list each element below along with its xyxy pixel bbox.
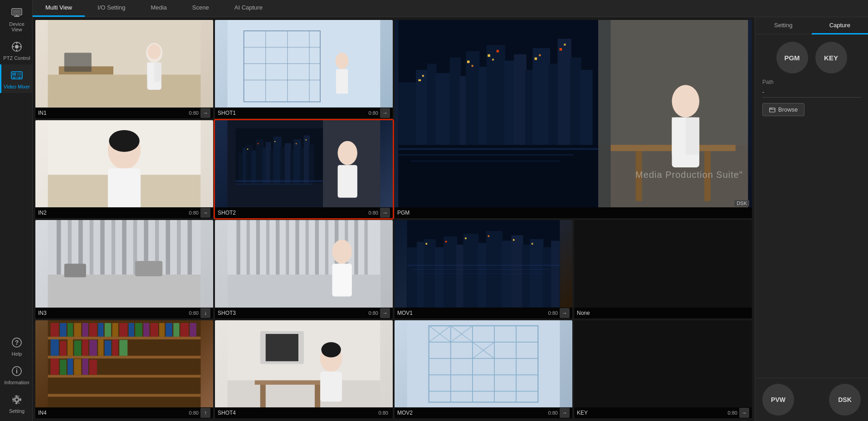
thumb-in2[interactable]: IN2 0:80 → xyxy=(35,120,213,219)
thumb-btn-shot2[interactable]: → xyxy=(380,208,390,218)
svg-rect-153 xyxy=(332,264,352,296)
tab-media[interactable]: Media xyxy=(138,0,179,17)
sidebar-item-ptz-control[interactable]: PTZ Control xyxy=(0,36,32,64)
thumb-time-key: 0:80 xyxy=(728,410,737,416)
sidebar-label-help: Help xyxy=(12,351,22,357)
svg-rect-204 xyxy=(51,339,59,356)
pgm-button[interactable]: PGM xyxy=(776,42,808,73)
browse-button[interactable]: Browse xyxy=(762,103,805,116)
svg-rect-23 xyxy=(48,74,201,107)
svg-point-90 xyxy=(128,145,131,150)
thumb-shot4[interactable]: SHOT4 0:80 xyxy=(215,320,393,419)
tab-multi-view[interactable]: Multi View xyxy=(33,0,85,17)
thumb-footer-shot1: SHOT1 0:80 → xyxy=(215,108,393,118)
svg-rect-55 xyxy=(525,70,534,145)
sidebar-item-video-mixer[interactable]: Video Mixer xyxy=(0,64,32,93)
svg-point-88 xyxy=(109,130,139,152)
sidebar-item-help[interactable]: ? Help xyxy=(0,332,32,360)
svg-rect-72 xyxy=(399,148,599,150)
tab-io-setting[interactable]: I/O Setting xyxy=(85,0,138,17)
thumb-shot3[interactable]: SHOT3 0:80 → xyxy=(215,220,393,318)
svg-rect-3 xyxy=(13,10,21,14)
thumb-btn-shot3[interactable]: → xyxy=(380,308,390,318)
svg-rect-15 xyxy=(19,78,20,79)
sidebar-item-device-view[interactable]: Device View xyxy=(0,2,32,36)
sidebar-item-setting[interactable]: Setting xyxy=(0,389,32,417)
thumb-label-mov1: MOV1 xyxy=(397,310,548,316)
thumb-in3[interactable]: IN3 0:80 ↓ xyxy=(35,220,213,318)
thumb-label-in1: IN1 xyxy=(38,110,189,116)
svg-rect-207 xyxy=(74,340,81,356)
svg-point-117 xyxy=(338,141,357,165)
svg-rect-179 xyxy=(418,274,544,274)
thumb-btn-mov2[interactable]: → xyxy=(560,408,570,418)
pvw-button[interactable]: PVW xyxy=(762,384,794,416)
thumb-footer-shot3: SHOT3 0:80 → xyxy=(215,308,393,318)
svg-rect-69 xyxy=(539,54,541,56)
thumb-footer-in1: IN1 0:80 → xyxy=(35,108,213,118)
svg-rect-115 xyxy=(236,183,312,184)
svg-rect-137 xyxy=(228,274,380,307)
svg-rect-216 xyxy=(68,358,73,375)
svg-rect-118 xyxy=(338,165,357,197)
thumb-pgm[interactable]: Media Production Suite" PGM DSK xyxy=(395,20,752,218)
svg-rect-70 xyxy=(560,48,562,51)
device-view-icon xyxy=(10,5,24,20)
main-area: Multi View I/O Setting Media Scene AI Ca… xyxy=(33,0,868,421)
thumb-mov2[interactable]: MOV2 0:80 → xyxy=(395,320,572,419)
svg-point-89 xyxy=(117,145,120,150)
svg-rect-62 xyxy=(422,75,424,77)
thumb-btn-key[interactable]: → xyxy=(739,408,749,418)
svg-rect-193 xyxy=(112,323,118,337)
svg-rect-215 xyxy=(60,359,66,375)
thumb-btn-in2[interactable]: → xyxy=(200,208,210,218)
svg-rect-171 xyxy=(425,243,427,245)
svg-rect-209 xyxy=(89,340,97,356)
dsk-button[interactable]: DSK xyxy=(829,384,861,416)
svg-rect-64 xyxy=(472,65,473,67)
thumb-label-pgm: PGM xyxy=(397,210,749,216)
thumb-shot2[interactable]: SHOT2 0:80 → xyxy=(215,120,393,219)
svg-rect-53 xyxy=(504,60,515,145)
tab-setting[interactable]: Setting xyxy=(755,17,812,34)
thumb-footer-in4: IN4 0:80 ↑ xyxy=(35,407,213,418)
setting-icon xyxy=(10,392,24,407)
thumb-none[interactable]: None xyxy=(574,220,752,318)
thumb-footer-in2: IN2 0:80 → xyxy=(35,207,213,218)
tab-capture[interactable]: Capture xyxy=(812,17,868,34)
thumb-in4[interactable]: IN4 0:80 ↑ xyxy=(35,320,213,419)
thumb-footer-in3: IN3 0:80 ↓ xyxy=(35,308,213,318)
svg-rect-219 xyxy=(89,359,97,375)
svg-rect-44 xyxy=(399,83,417,145)
thumb-label-mov2: MOV2 xyxy=(397,410,548,416)
svg-rect-14 xyxy=(13,78,15,79)
svg-rect-134 xyxy=(64,264,86,277)
svg-rect-173 xyxy=(465,238,467,240)
top-nav: Multi View I/O Setting Media Scene AI Ca… xyxy=(33,0,868,17)
thumb-key[interactable]: KEY 0:80 → xyxy=(574,320,752,419)
svg-rect-73 xyxy=(399,154,573,156)
thumb-footer-mov1: MOV1 0:80 → xyxy=(395,308,572,318)
svg-rect-168 xyxy=(530,239,543,307)
sidebar-item-information[interactable]: i Information xyxy=(0,360,32,389)
thumb-btn-in4[interactable]: ↑ xyxy=(200,408,210,418)
key-button[interactable]: KEY xyxy=(815,42,847,73)
tab-scene[interactable]: Scene xyxy=(180,0,222,17)
thumb-btn-in3[interactable]: ↓ xyxy=(200,308,210,318)
thumb-shot1[interactable]: SHOT1 0:80 → xyxy=(215,20,393,118)
thumb-in1[interactable]: IN1 0:80 → xyxy=(35,20,213,118)
thumb-mov1[interactable]: MOV1 0:80 → xyxy=(395,220,572,318)
tab-ai-capture[interactable]: AI Capture xyxy=(222,0,275,17)
svg-rect-47 xyxy=(435,73,451,145)
thumb-label-in4: IN4 xyxy=(38,410,189,416)
svg-rect-188 xyxy=(74,323,81,337)
svg-rect-162 xyxy=(463,234,478,307)
thumb-btn-in1[interactable]: → xyxy=(200,108,210,118)
svg-rect-226 xyxy=(315,384,320,407)
svg-rect-71 xyxy=(564,44,566,45)
svg-text:?: ? xyxy=(15,339,19,346)
thumb-btn-shot1[interactable]: → xyxy=(380,108,390,118)
svg-rect-217 xyxy=(74,359,81,375)
thumb-time-mov2: 0:80 xyxy=(548,410,558,416)
thumb-btn-mov1[interactable]: → xyxy=(560,308,570,318)
